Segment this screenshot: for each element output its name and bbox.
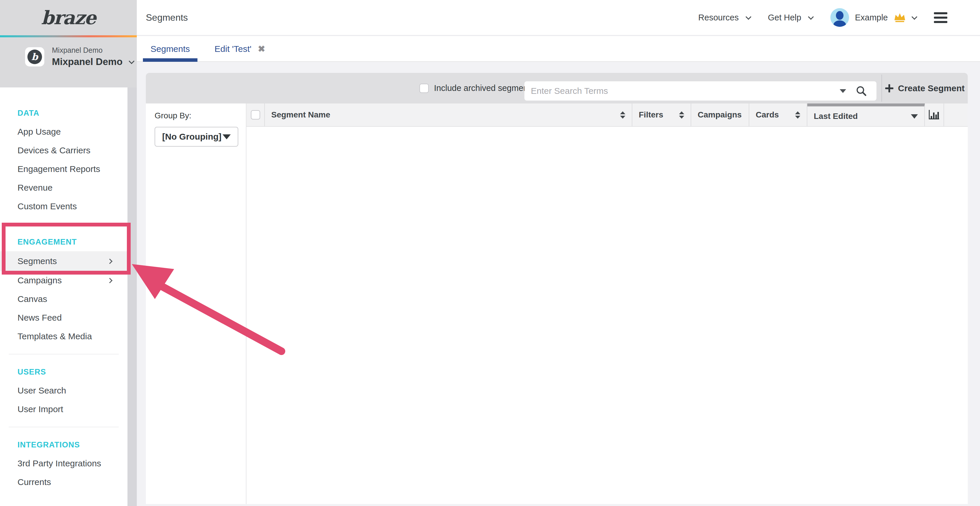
brand-gradient-bar [0,35,137,37]
include-archived-label: Include archived segments [434,83,535,93]
sidebar-item-news-feed[interactable]: News Feed [0,308,127,327]
section-title: ENGAGEMENT [0,233,127,251]
hamburger-menu-icon[interactable] [934,12,947,23]
sort-icon [795,111,800,119]
sidebar-item-segments[interactable]: Segments [0,251,127,271]
close-icon[interactable]: ✖ [258,44,265,53]
column-header-filters[interactable]: Filters [632,103,691,126]
bar-chart-icon [928,109,940,120]
sidebar-item-campaigns[interactable]: Campaigns [0,271,127,290]
sidebar-brand-block: braze b Mixpanel Demo Mixpanel Demo [0,0,137,87]
sidebar-item-label: Templates & Media [18,332,92,341]
crown-icon [894,13,906,22]
column-header-label: Segment Name [271,110,330,119]
sidebar-item-app-usage[interactable]: App Usage [0,122,127,141]
user-account-menu[interactable]: Example [830,8,916,27]
column-header-last-edited[interactable]: Last Edited [807,103,925,126]
sidebar-nav: DATAApp UsageDevices & CarriersEngagemen… [0,87,127,492]
workspace-initial: b [32,52,38,62]
group-by-select[interactable]: [No Grouping] [154,127,238,147]
workspace-selector[interactable]: b Mixpanel Demo Mixpanel Demo [0,37,137,67]
chevron-right-icon [107,259,112,264]
sidebar-item-templates-media[interactable]: Templates & Media [0,327,127,346]
sidebar-section-engagement: ENGAGEMENTSegmentsCampaignsCanvasNews Fe… [0,224,127,354]
column-header-label: Campaigns [698,110,742,119]
sidebar-item-label: App Usage [18,127,60,137]
resources-menu[interactable]: Resources [698,13,750,22]
sidebar-scrollbar[interactable] [127,87,137,506]
column-header-label: Cards [756,110,779,119]
select-all-column-header[interactable] [247,103,265,126]
sort-icon [620,111,625,119]
column-header-campaigns[interactable]: Campaigns [691,103,749,126]
create-segment-button[interactable]: Create Segment [882,73,968,103]
workspace-name: Mixpanel Demo [52,56,123,67]
segments-table: Segment NameFiltersCampaignsCardsLast Ed… [247,103,968,504]
analytics-column-header[interactable] [925,103,944,126]
top-header: Segments Resources Get Help Example [137,0,980,36]
workspace-label: Mixpanel Demo [52,46,133,54]
column-header-label: Filters [639,110,663,119]
sidebar-item-label: Revenue [18,183,52,193]
plus-icon [885,84,893,92]
section-title: USERS [0,363,127,381]
workspace-icon: b [25,47,45,67]
sidebar-item-label: News Feed [18,313,62,323]
sidebar-item-label: Engagement Reports [18,164,100,174]
avatar [830,8,849,27]
sidebar-item-canvas[interactable]: Canvas [0,290,127,308]
sidebar-item-label: Devices & Carriers [18,146,91,155]
page-title: Segments [146,0,188,35]
sidebar-item-devices-carriers[interactable]: Devices & Carriers [0,141,127,160]
group-by-label: Group By: [154,111,246,121]
search-box [524,81,877,101]
sidebar-item-label: Custom Events [18,201,77,211]
segments-panel: Include archived segments Create Segment [146,73,968,504]
sort-icon [679,111,684,119]
caret-down-icon [223,134,231,139]
sidebar-item-revenue[interactable]: Revenue [0,178,127,197]
sidebar-item-label: 3rd Party Integrations [18,458,101,468]
tab-label: Segments [151,44,190,54]
tab-label: Edit 'Test' [215,44,252,54]
chevron-right-icon [107,278,112,283]
logo-block: braze [0,0,137,35]
sidebar-item-label: Segments [18,256,57,266]
search-input[interactable] [531,81,770,101]
chevron-down-icon [808,14,814,20]
create-segment-label: Create Segment [898,83,964,93]
search-dropdown-caret-icon[interactable] [840,89,846,93]
chevron-down-icon [746,14,751,20]
sidebar-item-user-import[interactable]: User Import [0,400,127,419]
tab-bar: Segments Edit 'Test' ✖ [137,36,980,62]
sidebar-item-user-search[interactable]: User Search [0,381,127,400]
sidebar-item-label: User Import [18,404,63,414]
sidebar-item-currents[interactable]: Currents [0,473,127,492]
sidebar-item-3rd-party-integrations[interactable]: 3rd Party Integrations [0,454,127,473]
sidebar-item-label: Canvas [18,294,47,304]
sidebar-item-engagement-reports[interactable]: Engagement Reports [0,160,127,178]
column-header-cards[interactable]: Cards [749,103,807,126]
section-title: DATA [0,104,127,122]
spacer-column-header [944,103,968,126]
tab-edit-test[interactable]: Edit 'Test' ✖ [207,36,273,62]
group-by-panel: Group By: [No Grouping] [146,103,247,504]
section-title: INTEGRATIONS [0,435,127,454]
group-by-value: [No Grouping] [162,132,221,142]
sidebar-section-users: USERSUser SearchUser Import [0,354,127,427]
sidebar-item-custom-events[interactable]: Custom Events [0,197,127,216]
resources-label: Resources [698,13,739,22]
get-help-menu[interactable]: Get Help [768,13,812,22]
sidebar-item-label: Currents [18,477,51,487]
filter-bar: Include archived segments Create Segment [146,73,968,103]
braze-logo: braze [41,7,95,29]
search-icon[interactable] [856,85,867,97]
include-archived-checkbox[interactable] [419,84,429,93]
sidebar-section-integrations: INTEGRATIONS3rd Party IntegrationsCurren… [0,427,127,492]
sidebar-item-label: Campaigns [18,276,62,286]
tab-segments[interactable]: Segments [143,36,197,62]
column-header-segment-name[interactable]: Segment Name [265,103,632,126]
sidebar-section-data: DATAApp UsageDevices & CarriersEngagemen… [0,87,127,224]
chevron-down-icon [129,58,134,64]
select-all-checkbox[interactable] [251,110,260,119]
